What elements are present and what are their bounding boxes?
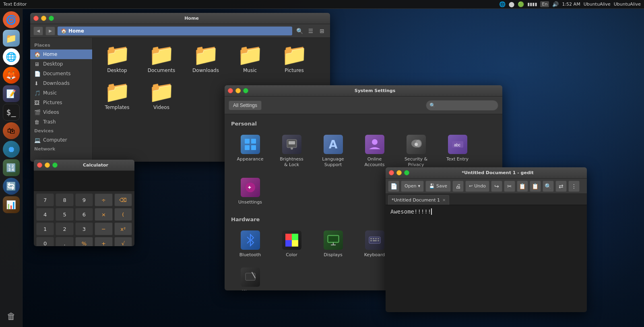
status-user[interactable]: UbuntuAlive: [584, 2, 611, 7]
dock-ubuntu[interactable]: 🌀: [3, 11, 20, 28]
status-lang[interactable]: En: [540, 1, 549, 7]
dock-trash[interactable]: 🗑: [3, 308, 20, 325]
fm-folder-videos[interactable]: 📁 Videos: [143, 81, 180, 110]
status-icon-chrome[interactable]: ⬤: [509, 1, 515, 7]
settings-wacom[interactable]: WacomTablet: [231, 264, 269, 290]
file-manager-close-btn[interactable]: [33, 16, 39, 21]
gedit-max-btn[interactable]: [404, 170, 409, 175]
gedit-min-btn[interactable]: [396, 170, 402, 175]
settings-text-entry[interactable]: abc Text Entry: [438, 132, 477, 171]
system-settings-min-btn[interactable]: [235, 88, 241, 93]
dock-refresh[interactable]: 🔄: [3, 178, 20, 195]
gedit-save-btn[interactable]: 💾 Save: [425, 181, 451, 192]
calc-btn-2[interactable]: 2: [56, 222, 73, 235]
calc-btn-add[interactable]: +: [95, 237, 112, 246]
calc-btn-0[interactable]: 0: [36, 237, 54, 246]
dock-files[interactable]: 📁: [3, 30, 20, 47]
settings-security[interactable]: Security &Privacy: [397, 132, 435, 171]
gedit-paste-btn[interactable]: 📋: [530, 181, 541, 192]
settings-brightness[interactable]: Brightness& Lock: [272, 132, 311, 171]
calc-btn-1[interactable]: 1: [36, 222, 54, 235]
calc-btn-5[interactable]: 5: [56, 208, 73, 221]
gedit-tab-close-btn[interactable]: ✕: [442, 198, 446, 202]
calc-btn-8[interactable]: 8: [56, 193, 73, 206]
fm-sidebar-videos[interactable]: 🎬 Videos: [30, 107, 92, 117]
fm-folder-music[interactable]: 📁 Music: [232, 44, 268, 73]
fm-list-view-btn[interactable]: ☰: [306, 27, 316, 35]
fm-folder-pictures[interactable]: 📁 Pictures: [276, 44, 312, 73]
settings-displays[interactable]: Displays: [314, 227, 352, 261]
calc-btn-9[interactable]: 9: [75, 193, 93, 206]
fm-sidebar-pictures[interactable]: 🖼 Pictures: [30, 98, 92, 107]
settings-bluetooth[interactable]: Bluetooth: [231, 227, 269, 261]
file-manager-min-btn[interactable]: [41, 16, 46, 21]
dock-toggle[interactable]: ⏺: [3, 141, 20, 158]
status-icon-network[interactable]: 🌐: [499, 1, 506, 7]
fm-forward-btn[interactable]: ▶: [45, 27, 55, 35]
gedit-copy-btn[interactable]: 📋: [517, 181, 528, 192]
fm-folder-desktop[interactable]: 📁 Desktop: [99, 44, 135, 73]
calculator-max-btn[interactable]: [52, 162, 58, 168]
gedit-content[interactable]: Awesome!!!!!​: [386, 205, 587, 312]
gedit-close-btn[interactable]: [389, 170, 394, 175]
calc-btn-6[interactable]: 6: [75, 208, 93, 221]
fm-location-bar[interactable]: 🏠 Home: [58, 27, 292, 35]
settings-search[interactable]: 🔍: [426, 100, 498, 111]
status-icon-indicator[interactable]: 🟢: [518, 1, 524, 7]
calc-btn-lparen[interactable]: (: [114, 208, 132, 221]
gedit-more-btn[interactable]: ⋮: [568, 181, 580, 192]
calculator-min-btn[interactable]: [45, 162, 50, 168]
gedit-cut-btn[interactable]: ✂: [504, 181, 515, 192]
all-settings-btn[interactable]: All Settings: [229, 101, 262, 110]
calc-btn-3[interactable]: 3: [75, 222, 93, 235]
dock-sc2[interactable]: 📊: [3, 196, 20, 213]
settings-unsettings[interactable]: ✦ Unsettings: [231, 175, 269, 208]
dock-calculator[interactable]: 🔢: [3, 159, 20, 176]
fm-sidebar-computer[interactable]: 💻 Computer: [30, 135, 92, 145]
fm-sidebar-music[interactable]: 🎵 Music: [30, 88, 92, 98]
calc-btn-multiply[interactable]: ×: [95, 208, 112, 221]
calc-btn-subtract[interactable]: −: [95, 222, 112, 235]
fm-back-btn[interactable]: ◀: [33, 27, 43, 35]
calc-btn-square[interactable]: x²: [114, 222, 132, 235]
gedit-undo-btn[interactable]: ↩ Undo: [465, 181, 489, 192]
fm-grid-view-btn[interactable]: ⊞: [317, 27, 327, 35]
gedit-print-btn[interactable]: 🖨: [452, 181, 464, 192]
gedit-open-btn[interactable]: Open ▾: [401, 181, 424, 192]
fm-folder-templates[interactable]: 📁 Templates: [99, 81, 135, 110]
calculator-close-btn[interactable]: [37, 162, 42, 168]
system-settings-close-btn[interactable]: [228, 88, 233, 93]
fm-sidebar-downloads[interactable]: ⬇ Downloads: [30, 78, 92, 88]
dock-chrome[interactable]: 🌐: [3, 48, 20, 65]
gedit-new-btn[interactable]: 📄: [388, 181, 399, 192]
dock-software-center[interactable]: 🛍: [3, 122, 20, 139]
settings-appearance[interactable]: Appearance: [231, 132, 269, 171]
fm-folder-downloads[interactable]: 📁 Downloads: [188, 44, 224, 73]
calc-btn-dot[interactable]: .: [56, 237, 73, 246]
calc-btn-percent[interactable]: %: [75, 237, 93, 246]
gedit-replace-btn[interactable]: ⇄: [555, 181, 567, 192]
fm-sidebar-desktop[interactable]: 🖥 Desktop: [30, 59, 92, 69]
calc-btn-4[interactable]: 4: [36, 208, 54, 221]
calc-btn-7[interactable]: 7: [36, 193, 54, 206]
gedit-redo-btn[interactable]: ↪: [491, 181, 502, 192]
fm-sidebar-home[interactable]: 🏠 Home: [30, 49, 92, 59]
gedit-tab-untitled[interactable]: *Untitled Document 1 ✕: [388, 195, 449, 205]
calc-btn-backspace[interactable]: ⌫: [114, 193, 132, 206]
dock-terminal[interactable]: $_: [3, 104, 20, 121]
dock-firefox[interactable]: 🦊: [3, 67, 20, 84]
fm-search-btn[interactable]: 🔍: [295, 27, 304, 35]
status-volume[interactable]: 🔊: [552, 1, 559, 7]
settings-color[interactable]: Color: [272, 227, 311, 261]
fm-sidebar-trash[interactable]: 🗑 Trash: [30, 117, 92, 127]
dock-text-editor[interactable]: 📝: [3, 85, 20, 102]
file-manager-max-btn[interactable]: [49, 16, 54, 21]
settings-online-accounts[interactable]: OnlineAccounts: [355, 132, 394, 171]
fm-folder-documents[interactable]: 📁 Documents: [143, 44, 180, 73]
system-settings-max-btn[interactable]: [243, 88, 248, 93]
fm-sidebar-documents[interactable]: 📄 Documents: [30, 69, 92, 78]
settings-language[interactable]: A LanguageSupport: [314, 132, 352, 171]
gedit-find-btn[interactable]: 🔍: [543, 181, 554, 192]
calc-btn-sqrt[interactable]: √: [114, 237, 132, 246]
calc-btn-divide[interactable]: ÷: [95, 193, 112, 206]
